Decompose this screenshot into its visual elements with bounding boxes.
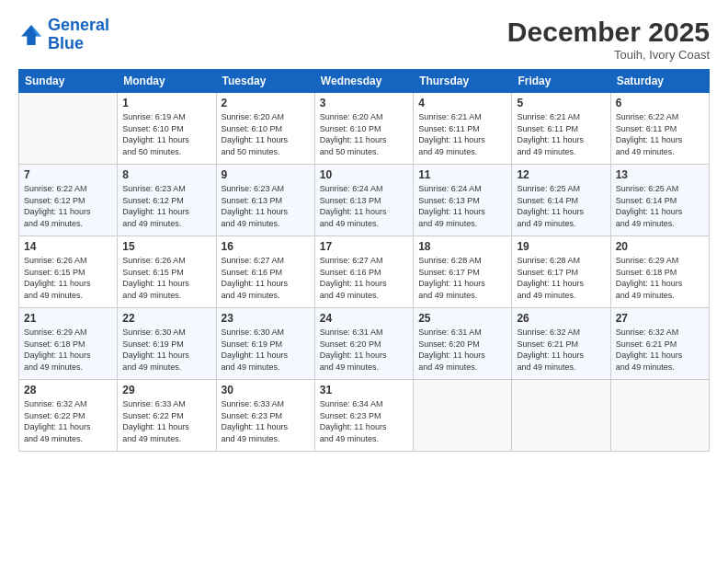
calendar-row-3: 14Sunrise: 6:26 AMSunset: 6:15 PMDayligh… (19, 236, 710, 308)
day-info: Sunrise: 6:20 AMSunset: 6:10 PMDaylight:… (222, 111, 310, 157)
day-info: Sunrise: 6:30 AMSunset: 6:19 PMDaylight:… (222, 327, 310, 373)
day-info: Sunrise: 6:25 AMSunset: 6:14 PMDaylight:… (517, 183, 605, 229)
calendar-cell: 14Sunrise: 6:26 AMSunset: 6:15 PMDayligh… (19, 236, 118, 308)
calendar-cell: 12Sunrise: 6:25 AMSunset: 6:14 PMDayligh… (512, 165, 610, 236)
calendar-cell: 28Sunrise: 6:32 AMSunset: 6:22 PMDayligh… (19, 380, 118, 452)
day-info: Sunrise: 6:20 AMSunset: 6:10 PMDaylight:… (320, 111, 408, 157)
calendar-cell: 11Sunrise: 6:24 AMSunset: 6:13 PMDayligh… (414, 165, 512, 236)
calendar-cell: 8Sunrise: 6:23 AMSunset: 6:12 PMDaylight… (118, 165, 216, 236)
day-number: 27 (616, 312, 704, 325)
calendar-cell: 5Sunrise: 6:21 AMSunset: 6:11 PMDaylight… (512, 93, 610, 165)
calendar-header-row: SundayMondayTuesdayWednesdayThursdayFrid… (19, 70, 710, 93)
day-number: 25 (418, 312, 506, 325)
calendar-row-4: 21Sunrise: 6:29 AMSunset: 6:18 PMDayligh… (19, 308, 710, 380)
calendar-cell: 25Sunrise: 6:31 AMSunset: 6:20 PMDayligh… (414, 308, 512, 380)
page: General Blue December 2025 Touih, Ivory … (0, 0, 728, 563)
day-number: 28 (24, 384, 112, 396)
col-header-thursday: Thursday (414, 70, 512, 93)
calendar-cell (610, 380, 709, 452)
day-number: 5 (517, 97, 605, 109)
month-year: December 2025 (507, 17, 710, 48)
col-header-wednesday: Wednesday (314, 70, 413, 93)
calendar-cell: 17Sunrise: 6:27 AMSunset: 6:16 PMDayligh… (314, 236, 413, 308)
header: General Blue December 2025 Touih, Ivory … (18, 17, 710, 62)
day-number: 30 (222, 384, 310, 396)
calendar-cell: 10Sunrise: 6:24 AMSunset: 6:13 PMDayligh… (314, 165, 413, 236)
day-info: Sunrise: 6:31 AMSunset: 6:20 PMDaylight:… (418, 327, 506, 373)
day-info: Sunrise: 6:21 AMSunset: 6:11 PMDaylight:… (418, 111, 506, 157)
calendar-cell (414, 380, 512, 452)
day-number: 15 (122, 240, 210, 253)
logo-general: General (48, 16, 109, 34)
day-info: Sunrise: 6:26 AMSunset: 6:15 PMDaylight:… (24, 255, 112, 301)
day-number: 14 (24, 240, 112, 253)
calendar-cell: 20Sunrise: 6:29 AMSunset: 6:18 PMDayligh… (610, 236, 709, 308)
calendar-row-5: 28Sunrise: 6:32 AMSunset: 6:22 PMDayligh… (19, 380, 710, 452)
day-info: Sunrise: 6:21 AMSunset: 6:11 PMDaylight:… (517, 111, 605, 157)
calendar-cell: 9Sunrise: 6:23 AMSunset: 6:13 PMDaylight… (216, 165, 314, 236)
calendar-cell: 3Sunrise: 6:20 AMSunset: 6:10 PMDaylight… (314, 93, 413, 165)
logo-text: General Blue (48, 17, 109, 53)
day-info: Sunrise: 6:24 AMSunset: 6:13 PMDaylight:… (418, 183, 506, 229)
title-block: December 2025 Touih, Ivory Coast (507, 17, 710, 62)
col-header-friday: Friday (512, 70, 610, 93)
day-info: Sunrise: 6:22 AMSunset: 6:12 PMDaylight:… (24, 183, 112, 229)
day-number: 3 (320, 97, 408, 109)
day-info: Sunrise: 6:32 AMSunset: 6:22 PMDaylight:… (24, 398, 112, 444)
calendar-cell: 1Sunrise: 6:19 AMSunset: 6:10 PMDaylight… (118, 93, 216, 165)
day-number: 6 (616, 97, 704, 109)
day-number: 10 (320, 168, 408, 181)
calendar-cell: 23Sunrise: 6:30 AMSunset: 6:19 PMDayligh… (216, 308, 314, 380)
day-info: Sunrise: 6:23 AMSunset: 6:13 PMDaylight:… (222, 183, 310, 229)
day-number: 21 (24, 312, 112, 325)
day-info: Sunrise: 6:28 AMSunset: 6:17 PMDaylight:… (418, 255, 506, 301)
calendar-cell: 24Sunrise: 6:31 AMSunset: 6:20 PMDayligh… (314, 308, 413, 380)
day-info: Sunrise: 6:19 AMSunset: 6:10 PMDaylight:… (122, 111, 210, 157)
calendar-cell: 6Sunrise: 6:22 AMSunset: 6:11 PMDaylight… (610, 93, 709, 165)
day-info: Sunrise: 6:27 AMSunset: 6:16 PMDaylight:… (222, 255, 310, 301)
col-header-sunday: Sunday (19, 70, 118, 93)
col-header-saturday: Saturday (610, 70, 709, 93)
calendar-cell: 19Sunrise: 6:28 AMSunset: 6:17 PMDayligh… (512, 236, 610, 308)
calendar-row-2: 7Sunrise: 6:22 AMSunset: 6:12 PMDaylight… (19, 165, 710, 236)
day-number: 16 (222, 240, 310, 253)
day-number: 31 (320, 384, 408, 396)
day-number: 12 (517, 168, 605, 181)
day-info: Sunrise: 6:31 AMSunset: 6:20 PMDaylight:… (320, 327, 408, 373)
day-number: 2 (222, 97, 310, 109)
calendar-row-1: 1Sunrise: 6:19 AMSunset: 6:10 PMDaylight… (19, 93, 710, 165)
day-number: 23 (222, 312, 310, 325)
day-info: Sunrise: 6:29 AMSunset: 6:18 PMDaylight:… (24, 327, 112, 373)
day-number: 20 (616, 240, 704, 253)
calendar: SundayMondayTuesdayWednesdayThursdayFrid… (18, 69, 710, 452)
day-info: Sunrise: 6:33 AMSunset: 6:22 PMDaylight:… (122, 398, 210, 444)
calendar-cell: 4Sunrise: 6:21 AMSunset: 6:11 PMDaylight… (414, 93, 512, 165)
calendar-cell: 31Sunrise: 6:34 AMSunset: 6:23 PMDayligh… (314, 380, 413, 452)
calendar-cell: 22Sunrise: 6:30 AMSunset: 6:19 PMDayligh… (118, 308, 216, 380)
day-info: Sunrise: 6:34 AMSunset: 6:23 PMDaylight:… (320, 398, 408, 444)
day-number: 26 (517, 312, 605, 325)
calendar-cell (512, 380, 610, 452)
day-info: Sunrise: 6:26 AMSunset: 6:15 PMDaylight:… (122, 255, 210, 301)
day-number: 22 (122, 312, 210, 325)
day-number: 24 (320, 312, 408, 325)
calendar-cell: 2Sunrise: 6:20 AMSunset: 6:10 PMDaylight… (216, 93, 314, 165)
calendar-cell: 29Sunrise: 6:33 AMSunset: 6:22 PMDayligh… (118, 380, 216, 452)
day-number: 9 (222, 168, 310, 181)
day-info: Sunrise: 6:30 AMSunset: 6:19 PMDaylight:… (122, 327, 210, 373)
day-number: 18 (418, 240, 506, 253)
day-number: 8 (122, 168, 210, 181)
day-info: Sunrise: 6:27 AMSunset: 6:16 PMDaylight:… (320, 255, 408, 301)
logo: General Blue (18, 17, 109, 53)
day-info: Sunrise: 6:24 AMSunset: 6:13 PMDaylight:… (320, 183, 408, 229)
calendar-cell: 18Sunrise: 6:28 AMSunset: 6:17 PMDayligh… (414, 236, 512, 308)
location: Touih, Ivory Coast (507, 48, 710, 62)
day-info: Sunrise: 6:23 AMSunset: 6:12 PMDaylight:… (122, 183, 210, 229)
day-number: 11 (418, 168, 506, 181)
calendar-cell: 13Sunrise: 6:25 AMSunset: 6:14 PMDayligh… (610, 165, 709, 236)
day-number: 19 (517, 240, 605, 253)
day-info: Sunrise: 6:29 AMSunset: 6:18 PMDaylight:… (616, 255, 704, 301)
day-info: Sunrise: 6:28 AMSunset: 6:17 PMDaylight:… (517, 255, 605, 301)
calendar-cell: 16Sunrise: 6:27 AMSunset: 6:16 PMDayligh… (216, 236, 314, 308)
calendar-cell: 26Sunrise: 6:32 AMSunset: 6:21 PMDayligh… (512, 308, 610, 380)
